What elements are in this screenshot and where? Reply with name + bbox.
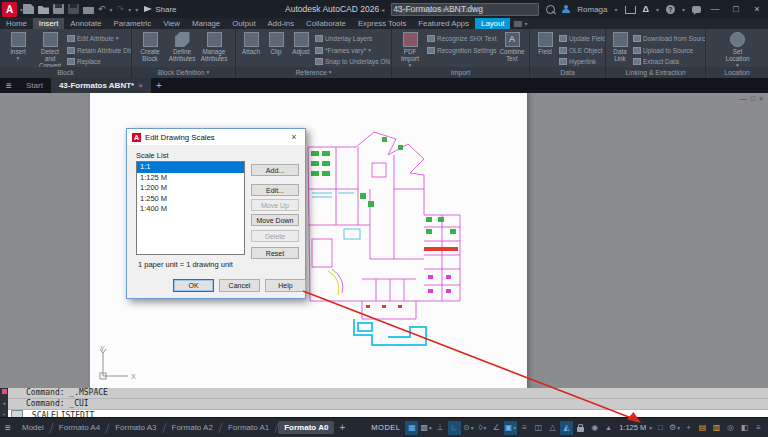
pdf-import-button[interactable]: PDF Import ▾ [395, 31, 425, 67]
panel-label-linking[interactable]: Linking & Extraction [606, 67, 705, 78]
lock-ui-toggle[interactable] [574, 421, 587, 435]
undo-icon[interactable]: ↶ [98, 4, 106, 14]
edit-attribute-button[interactable]: Edit Attribute ▾ [67, 33, 129, 44]
scale-item[interactable]: 1:400 M [137, 204, 244, 215]
underlay-layers-button[interactable]: Underlay Layers [315, 33, 389, 44]
close-button[interactable]: × [750, 4, 764, 14]
save-as-icon[interactable] [68, 4, 79, 14]
update-fields-button[interactable]: Update Fields [559, 33, 603, 44]
autocad-logo-icon[interactable]: A [2, 2, 17, 17]
model-space-toggle[interactable]: MODEL [367, 423, 404, 432]
replace-block-button[interactable]: Replace [67, 56, 129, 67]
redo-caret-icon[interactable]: ▾ [128, 6, 131, 13]
edit-button[interactable]: Edit... [251, 184, 299, 196]
layout-tabs-menu-icon[interactable]: ≡ [0, 422, 16, 433]
field-button[interactable]: Field [533, 31, 557, 67]
file-tab-close-icon[interactable]: × [138, 81, 143, 90]
help-icon[interactable]: ? [666, 5, 675, 14]
hyperlink-button[interactable]: Hyperlink [559, 56, 603, 67]
tab-parametric[interactable]: Parametric [108, 18, 158, 29]
app-store-cart-icon[interactable] [625, 6, 636, 14]
feedback-bubble-icon[interactable] [692, 6, 701, 13]
layout-tab-formato-a1[interactable]: Formato A1 [222, 421, 275, 434]
layout-tab-formato-a2[interactable]: Formato A2 [166, 421, 219, 434]
infer-constraints-toggle[interactable]: ⊥ [434, 421, 447, 435]
tab-collaborate[interactable]: Collaborate [300, 18, 352, 29]
isometric-drafting-toggle[interactable]: ◊▾ [476, 421, 489, 435]
object-snap-tracking-toggle[interactable]: ∠ [490, 421, 503, 435]
new-file-icon[interactable] [23, 4, 34, 14]
tab-view[interactable]: View [157, 18, 186, 29]
user-name[interactable]: Romaga [577, 5, 607, 14]
move-up-button[interactable]: Move Up [251, 199, 299, 211]
scale-item[interactable]: 1:200 M [137, 183, 244, 194]
extract-data-button[interactable]: Extract Data [633, 56, 703, 67]
tab-express-tools[interactable]: Express Tools [352, 18, 412, 29]
panel-label-reference[interactable]: Reference ▾ [236, 67, 391, 78]
scale-item-selected[interactable]: 1:1 [137, 162, 244, 173]
object-snap-toggle[interactable]: ▣▾ [504, 421, 517, 435]
annotation-autoscale-toggle[interactable]: ▴ [602, 421, 615, 435]
tab-output[interactable]: Output [226, 18, 261, 29]
grid-display-toggle[interactable]: ▦ [405, 421, 418, 435]
layout-tab-formato-a0[interactable]: Formato A0 [278, 421, 334, 434]
manage-attributes-button[interactable]: Manage Attributes [199, 31, 229, 67]
block-editor-button[interactable]: Block Editor [231, 31, 235, 67]
ok-button[interactable]: OK [173, 279, 214, 292]
delete-button[interactable]: Delete [251, 230, 299, 242]
panel-label-block[interactable]: Block [0, 67, 131, 78]
attach-button[interactable]: Attach [239, 31, 263, 67]
file-tab-start[interactable]: Start [18, 78, 51, 93]
scale-item[interactable]: 1:250 M [137, 194, 244, 205]
tab-manage[interactable]: Manage [186, 18, 226, 29]
save-icon[interactable] [53, 4, 64, 14]
upload-to-source-button[interactable]: Upload to Source [633, 45, 703, 56]
3d-object-snap-toggle[interactable]: △ [546, 421, 559, 435]
plot-icon[interactable] [83, 7, 94, 14]
ribbon-options-caret-icon[interactable]: ▾ [510, 18, 531, 29]
layout-tab-model[interactable]: Model [16, 421, 50, 434]
tab-add-ins[interactable]: Add-ins [262, 18, 300, 29]
clip-button[interactable]: Clip [265, 31, 287, 67]
viewport-restore-icon[interactable]: □ [751, 95, 755, 102]
viewport-close-icon[interactable]: × [759, 95, 763, 102]
create-block-button[interactable]: Create Block [135, 31, 165, 67]
scale-list[interactable]: 1:1 1:125 M 1:200 M 1:250 M 1:400 M [136, 161, 245, 255]
annotation-monitor-toggle[interactable]: ▤ [696, 421, 709, 435]
viewport-minimize-icon[interactable]: — [740, 95, 747, 102]
open-file-icon[interactable] [38, 4, 49, 14]
lineweight-toggle[interactable]: ≡ [518, 421, 531, 435]
tab-annotate[interactable]: Annotate [64, 18, 107, 29]
panel-label-data[interactable]: Data [530, 67, 605, 78]
adjust-button[interactable]: Adjust [289, 31, 313, 67]
customization-button[interactable]: ≡ [752, 421, 765, 435]
snap-mode-toggle[interactable]: ▩▾ [419, 421, 432, 435]
cancel-button[interactable]: Cancel [219, 279, 260, 292]
user-caret-icon[interactable]: ▾ [614, 6, 617, 13]
recognize-shx-text-button[interactable]: Recognize SHX Text [427, 33, 495, 44]
tab-featured-apps[interactable]: Featured Apps [412, 18, 475, 29]
help-button[interactable]: Help [265, 279, 306, 292]
new-layout-button[interactable]: + [334, 422, 350, 433]
qat-customize-caret-icon[interactable]: ▾ [135, 6, 138, 13]
restore-button[interactable]: □ [729, 4, 743, 14]
redo-icon[interactable]: ↷ [117, 4, 125, 14]
graphics-performance-button[interactable]: ▥ [710, 421, 723, 435]
autodesk-a-icon[interactable]: Δ [643, 4, 649, 14]
layout-tab-formato-a4[interactable]: Formato A4 [53, 421, 106, 434]
frames-vary-dropdown[interactable]: *Frames vary* ▾ [315, 45, 389, 56]
annotation-scale-selector[interactable]: 1:125 M▾ [616, 421, 653, 435]
combine-text-button[interactable]: A Combine Text [497, 31, 527, 67]
file-tabs-menu-icon[interactable]: ≡ [0, 78, 18, 93]
download-from-source-button[interactable]: Download from Source [633, 33, 703, 44]
dialog-title-bar[interactable]: A Edit Drawing Scales × [127, 129, 305, 145]
retain-attribute-display-button[interactable]: Retain Attribute Display ▾ [67, 45, 129, 56]
panel-label-import[interactable]: Import [392, 67, 529, 78]
panel-label-block-definition[interactable]: Block Definition ▾ [132, 67, 235, 78]
file-tab-document[interactable]: 43-Formatos ABNT* × [51, 78, 151, 93]
dialog-close-icon[interactable]: × [288, 132, 300, 142]
ortho-mode-toggle[interactable]: ∟ [448, 421, 461, 435]
autodesk-caret-icon[interactable]: ▾ [656, 6, 659, 13]
data-link-button[interactable]: Data Link [609, 31, 631, 67]
move-down-button[interactable]: Move Down [251, 214, 299, 226]
